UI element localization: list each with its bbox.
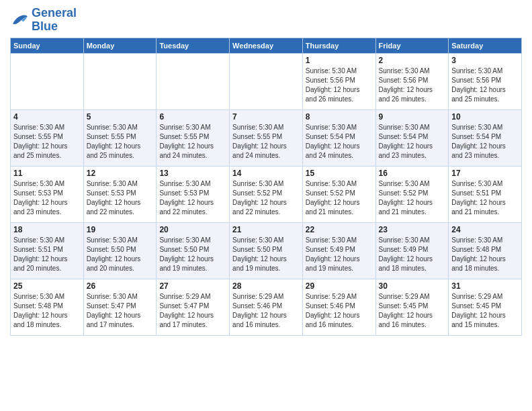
calendar-cell: 8Sunrise: 5:30 AM Sunset: 5:54 PM Daylig…	[302, 109, 375, 166]
day-number: 15	[306, 169, 373, 178]
day-info: Sunrise: 5:30 AM Sunset: 5:55 PM Dayligh…	[13, 123, 81, 161]
calendar-cell: 5Sunrise: 5:30 AM Sunset: 5:55 PM Daylig…	[83, 109, 157, 166]
day-number: 13	[159, 169, 226, 178]
day-info: Sunrise: 5:30 AM Sunset: 5:56 PM Dayligh…	[451, 66, 519, 104]
day-number: 18	[13, 225, 81, 234]
day-info: Sunrise: 5:30 AM Sunset: 5:55 PM Dayligh…	[232, 123, 300, 161]
calendar-cell: 28Sunrise: 5:29 AM Sunset: 5:46 PM Dayli…	[230, 279, 303, 335]
day-info: Sunrise: 5:30 AM Sunset: 5:52 PM Dayligh…	[306, 179, 373, 217]
day-info: Sunrise: 5:30 AM Sunset: 5:52 PM Dayligh…	[232, 179, 300, 217]
calendar-cell: 16Sunrise: 5:30 AM Sunset: 5:52 PM Dayli…	[375, 166, 449, 222]
day-info: Sunrise: 5:30 AM Sunset: 5:54 PM Dayligh…	[379, 123, 446, 161]
calendar-cell: 11Sunrise: 5:30 AM Sunset: 5:53 PM Dayli…	[11, 166, 84, 222]
calendar-cell: 7Sunrise: 5:30 AM Sunset: 5:55 PM Daylig…	[230, 109, 303, 166]
day-info: Sunrise: 5:30 AM Sunset: 5:49 PM Dayligh…	[306, 236, 373, 273]
day-info: Sunrise: 5:30 AM Sunset: 5:51 PM Dayligh…	[13, 236, 81, 273]
day-info: Sunrise: 5:30 AM Sunset: 5:48 PM Dayligh…	[13, 292, 81, 330]
calendar-cell: 24Sunrise: 5:30 AM Sunset: 5:48 PM Dayli…	[449, 222, 522, 279]
weekday-header: Sunday	[11, 38, 84, 53]
calendar-week-row: 11Sunrise: 5:30 AM Sunset: 5:53 PM Dayli…	[11, 166, 522, 222]
day-number: 9	[379, 112, 446, 122]
day-number: 30	[379, 281, 446, 291]
day-info: Sunrise: 5:30 AM Sunset: 5:50 PM Dayligh…	[159, 236, 226, 273]
day-info: Sunrise: 5:30 AM Sunset: 5:56 PM Dayligh…	[379, 66, 446, 104]
day-number: 5	[87, 112, 154, 122]
calendar-cell	[83, 53, 157, 109]
day-number: 11	[13, 169, 81, 178]
day-number: 26	[87, 281, 154, 291]
calendar-cell: 19Sunrise: 5:30 AM Sunset: 5:50 PM Dayli…	[83, 222, 157, 279]
day-info: Sunrise: 5:29 AM Sunset: 5:45 PM Dayligh…	[451, 292, 519, 330]
weekday-header: Thursday	[302, 38, 375, 53]
day-number: 19	[87, 225, 154, 234]
day-number: 28	[232, 281, 300, 291]
day-info: Sunrise: 5:30 AM Sunset: 5:56 PM Dayligh…	[306, 66, 373, 104]
calendar-week-row: 18Sunrise: 5:30 AM Sunset: 5:51 PM Dayli…	[11, 222, 522, 279]
calendar-cell: 15Sunrise: 5:30 AM Sunset: 5:52 PM Dayli…	[302, 166, 375, 222]
day-number: 4	[13, 112, 81, 122]
weekday-header: Friday	[375, 38, 449, 53]
calendar-cell: 29Sunrise: 5:29 AM Sunset: 5:46 PM Dayli…	[302, 279, 375, 335]
calendar-week-row: 4Sunrise: 5:30 AM Sunset: 5:55 PM Daylig…	[11, 109, 522, 166]
calendar-header-row: SundayMondayTuesdayWednesdayThursdayFrid…	[11, 38, 522, 53]
logo-text: General Blue	[32, 7, 77, 34]
day-info: Sunrise: 5:29 AM Sunset: 5:46 PM Dayligh…	[232, 292, 300, 330]
calendar-cell: 22Sunrise: 5:30 AM Sunset: 5:49 PM Dayli…	[302, 222, 375, 279]
day-number: 23	[379, 225, 446, 234]
day-number: 1	[306, 56, 373, 65]
day-number: 21	[232, 225, 300, 234]
logo: General Blue	[10, 7, 77, 34]
calendar-cell: 23Sunrise: 5:30 AM Sunset: 5:49 PM Dayli…	[375, 222, 449, 279]
calendar-cell: 13Sunrise: 5:30 AM Sunset: 5:53 PM Dayli…	[157, 166, 230, 222]
calendar-cell: 18Sunrise: 5:30 AM Sunset: 5:51 PM Dayli…	[11, 222, 84, 279]
day-info: Sunrise: 5:30 AM Sunset: 5:53 PM Dayligh…	[13, 179, 81, 217]
weekday-header: Wednesday	[230, 38, 303, 53]
day-info: Sunrise: 5:29 AM Sunset: 5:46 PM Dayligh…	[306, 292, 373, 330]
calendar-cell: 20Sunrise: 5:30 AM Sunset: 5:50 PM Dayli…	[157, 222, 230, 279]
day-info: Sunrise: 5:30 AM Sunset: 5:51 PM Dayligh…	[451, 179, 519, 217]
day-info: Sunrise: 5:30 AM Sunset: 5:47 PM Dayligh…	[87, 292, 154, 330]
calendar-week-row: 1Sunrise: 5:30 AM Sunset: 5:56 PM Daylig…	[11, 53, 522, 109]
calendar-cell: 2Sunrise: 5:30 AM Sunset: 5:56 PM Daylig…	[375, 53, 449, 109]
weekday-header: Tuesday	[157, 38, 230, 53]
day-info: Sunrise: 5:30 AM Sunset: 5:55 PM Dayligh…	[159, 123, 226, 161]
calendar-cell	[157, 53, 230, 109]
day-number: 10	[451, 112, 519, 122]
calendar-cell	[11, 53, 84, 109]
calendar-cell: 10Sunrise: 5:30 AM Sunset: 5:54 PM Dayli…	[449, 109, 522, 166]
day-number: 16	[379, 169, 446, 178]
day-number: 6	[159, 112, 226, 122]
calendar-table: SundayMondayTuesdayWednesdayThursdayFrid…	[10, 38, 522, 336]
day-info: Sunrise: 5:30 AM Sunset: 5:48 PM Dayligh…	[451, 236, 519, 273]
calendar-cell: 9Sunrise: 5:30 AM Sunset: 5:54 PM Daylig…	[375, 109, 449, 166]
day-info: Sunrise: 5:30 AM Sunset: 5:49 PM Dayligh…	[379, 236, 446, 273]
logo-icon	[10, 13, 29, 28]
day-info: Sunrise: 5:30 AM Sunset: 5:54 PM Dayligh…	[451, 123, 519, 161]
page-header: General Blue	[10, 7, 522, 34]
day-number: 17	[451, 169, 519, 178]
calendar-cell	[230, 53, 303, 109]
day-info: Sunrise: 5:30 AM Sunset: 5:53 PM Dayligh…	[159, 179, 226, 217]
weekday-header: Saturday	[449, 38, 522, 53]
calendar-body: 1Sunrise: 5:30 AM Sunset: 5:56 PM Daylig…	[11, 53, 522, 335]
day-number: 29	[306, 281, 373, 291]
day-number: 31	[451, 281, 519, 291]
calendar-cell: 1Sunrise: 5:30 AM Sunset: 5:56 PM Daylig…	[302, 53, 375, 109]
day-info: Sunrise: 5:30 AM Sunset: 5:50 PM Dayligh…	[87, 236, 154, 273]
day-info: Sunrise: 5:30 AM Sunset: 5:50 PM Dayligh…	[232, 236, 300, 273]
day-number: 22	[306, 225, 373, 234]
day-number: 2	[379, 56, 446, 65]
day-info: Sunrise: 5:30 AM Sunset: 5:53 PM Dayligh…	[87, 179, 154, 217]
calendar-cell: 30Sunrise: 5:29 AM Sunset: 5:45 PM Dayli…	[375, 279, 449, 335]
day-info: Sunrise: 5:30 AM Sunset: 5:54 PM Dayligh…	[306, 123, 373, 161]
calendar-cell: 14Sunrise: 5:30 AM Sunset: 5:52 PM Dayli…	[230, 166, 303, 222]
calendar-cell: 21Sunrise: 5:30 AM Sunset: 5:50 PM Dayli…	[230, 222, 303, 279]
day-number: 25	[13, 281, 81, 291]
day-info: Sunrise: 5:29 AM Sunset: 5:45 PM Dayligh…	[379, 292, 446, 330]
calendar-cell: 26Sunrise: 5:30 AM Sunset: 5:47 PM Dayli…	[83, 279, 157, 335]
day-number: 12	[87, 169, 154, 178]
day-info: Sunrise: 5:30 AM Sunset: 5:55 PM Dayligh…	[87, 123, 154, 161]
day-number: 24	[451, 225, 519, 234]
calendar-cell: 27Sunrise: 5:29 AM Sunset: 5:47 PM Dayli…	[157, 279, 230, 335]
calendar-cell: 3Sunrise: 5:30 AM Sunset: 5:56 PM Daylig…	[449, 53, 522, 109]
